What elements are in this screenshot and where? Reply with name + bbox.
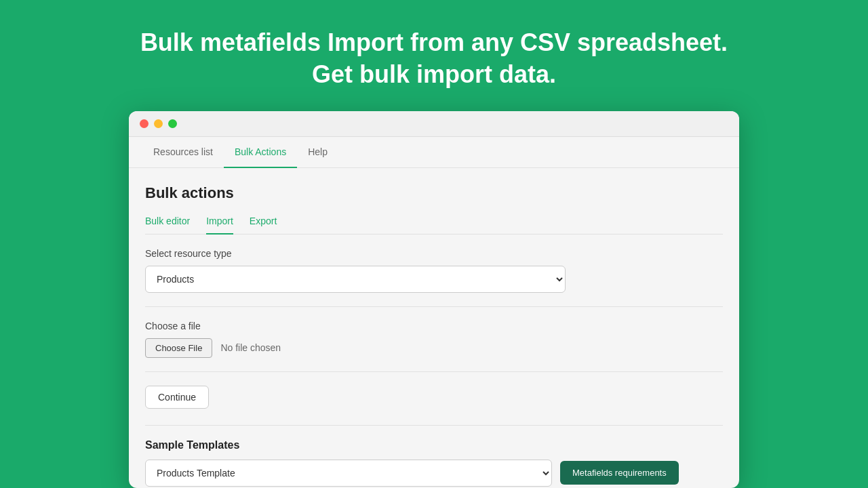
nav-tab-resources-list[interactable]: Resources list: [142, 137, 224, 168]
nav-tabs: Resources list Bulk Actions Help: [129, 137, 739, 168]
choose-file-button[interactable]: Choose File: [145, 338, 212, 358]
resource-type-select[interactable]: Products Collections Customers Orders: [145, 266, 566, 293]
maximize-icon[interactable]: [168, 119, 177, 128]
templates-row: Products Template Collections Template C…: [145, 460, 723, 487]
file-section: Choose a file Choose File No file chosen: [145, 321, 723, 372]
file-input-row: Choose File No file chosen: [145, 338, 723, 358]
resource-type-label: Select resource type: [145, 248, 723, 259]
metafields-requirements-button[interactable]: Metafields requirements: [560, 461, 679, 485]
close-icon[interactable]: [140, 119, 149, 128]
window-titlebar: [129, 111, 739, 137]
sub-tab-import[interactable]: Import: [206, 216, 233, 235]
sub-tab-export[interactable]: Export: [250, 216, 277, 235]
sub-tabs: Bulk editor Import Export: [145, 216, 723, 235]
page-title: Bulk actions: [145, 184, 723, 202]
app-window: Resources list Bulk Actions Help Bulk ac…: [129, 111, 739, 488]
template-select[interactable]: Products Template Collections Template C…: [145, 460, 552, 487]
hero-title: Bulk metafields Import from any CSV spre…: [140, 27, 728, 91]
minimize-icon[interactable]: [154, 119, 163, 128]
sub-tab-bulk-editor[interactable]: Bulk editor: [145, 216, 190, 235]
continue-button[interactable]: Continue: [145, 386, 209, 409]
main-content: Bulk actions Bulk editor Import Export S…: [129, 168, 739, 488]
no-file-text: No file chosen: [220, 342, 281, 353]
nav-tab-help[interactable]: Help: [297, 137, 338, 168]
resource-type-section: Select resource type Products Collection…: [145, 248, 723, 307]
sample-templates-section: Sample Templates Products Template Colle…: [145, 439, 723, 487]
file-label: Choose a file: [145, 321, 723, 331]
sample-templates-title: Sample Templates: [145, 439, 723, 451]
nav-tab-bulk-actions[interactable]: Bulk Actions: [224, 137, 297, 168]
continue-section: Continue: [145, 386, 723, 426]
